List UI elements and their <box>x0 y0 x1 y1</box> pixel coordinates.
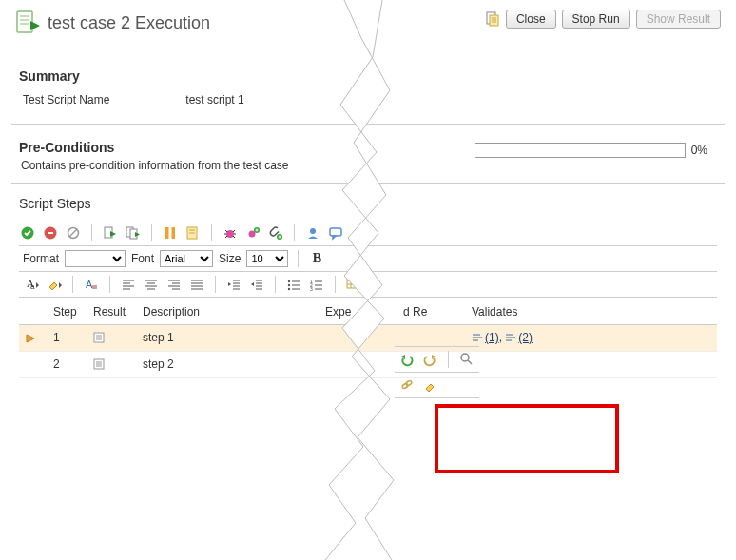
undo-icon[interactable] <box>398 351 416 368</box>
progress-bar <box>475 143 686 158</box>
font-select[interactable]: Arial <box>160 250 213 267</box>
link-icon[interactable] <box>398 377 416 394</box>
redo-icon[interactable] <box>421 351 438 368</box>
size-select[interactable]: 10 <box>246 250 288 267</box>
svg-line-30 <box>225 236 227 238</box>
comment-icon[interactable] <box>327 224 344 241</box>
svg-rect-0 <box>17 11 32 32</box>
show-result-button: Show Result <box>636 10 721 29</box>
highlight-icon[interactable] <box>46 276 63 293</box>
validates-separator: , <box>499 331 506 344</box>
svg-rect-21 <box>172 227 176 239</box>
svg-rect-48 <box>92 285 97 289</box>
step-result-icon[interactable] <box>93 332 107 345</box>
format-select[interactable] <box>65 250 126 267</box>
svg-marker-45 <box>49 282 57 290</box>
col-result: Result <box>87 299 137 325</box>
svg-marker-41 <box>333 236 336 239</box>
svg-line-31 <box>233 236 235 238</box>
skip-icon[interactable] <box>65 224 82 241</box>
steps-toolbar-row1 <box>19 221 717 245</box>
script-name-value: test script 1 <box>185 93 243 106</box>
svg-line-27 <box>233 230 235 232</box>
number-list-icon[interactable]: 123 <box>308 276 325 293</box>
bold-icon[interactable]: B <box>308 250 325 267</box>
svg-line-14 <box>69 229 77 237</box>
script-name-label: Test Script Name <box>23 93 109 106</box>
size-label: Size <box>219 252 241 265</box>
svg-point-39 <box>310 228 316 234</box>
svg-rect-88 <box>347 279 358 281</box>
bullet-list-icon[interactable] <box>285 276 302 293</box>
col-validates: Validates <box>466 299 620 325</box>
attach-icon[interactable] <box>267 224 284 241</box>
step-icon[interactable] <box>184 224 202 241</box>
format-toolbar-2: Aa A 123 <box>19 272 717 298</box>
stop-run-button[interactable]: Stop Run <box>562 10 630 29</box>
outdent-icon[interactable] <box>225 276 242 293</box>
font-color-icon[interactable]: Aa <box>23 276 40 293</box>
svg-point-113 <box>405 380 412 386</box>
search-icon[interactable] <box>458 351 475 368</box>
svg-text:A: A <box>86 279 93 290</box>
svg-point-76 <box>288 284 290 286</box>
table-row[interactable]: 1 step 1 (1), (2) <box>19 325 717 352</box>
svg-marker-92 <box>358 282 361 288</box>
col-step: Step <box>48 299 87 325</box>
preconditions-text: Contains pre-condition information from … <box>19 159 717 172</box>
close-button[interactable]: Close <box>506 10 556 29</box>
script-icon[interactable] <box>485 11 500 27</box>
progress-percent: 0% <box>691 144 707 157</box>
svg-rect-40 <box>330 228 341 236</box>
svg-rect-20 <box>165 227 169 239</box>
clear-format-icon[interactable]: A <box>83 276 100 293</box>
pause-icon[interactable] <box>162 224 179 241</box>
svg-marker-114 <box>426 384 434 392</box>
align-right-icon[interactable] <box>165 276 183 293</box>
requirement-icon <box>472 332 485 345</box>
col-expected-right: d Re <box>397 299 466 325</box>
highlight-marker-icon[interactable] <box>421 377 438 394</box>
font-label: Font <box>131 252 154 265</box>
svg-line-26 <box>225 230 227 232</box>
align-center-icon[interactable] <box>143 276 160 293</box>
table-row[interactable]: 2 step 2 <box>19 351 717 377</box>
svg-line-111 <box>468 360 472 364</box>
add-defect-icon[interactable] <box>244 224 261 241</box>
page-title: test case 2 Execution <box>48 13 210 33</box>
svg-point-75 <box>288 280 290 282</box>
table-header-row: Step Result Description Expe d Re Valida… <box>19 299 717 325</box>
pass-icon[interactable] <box>19 224 36 241</box>
script-steps-heading: Script Steps <box>19 196 717 211</box>
current-step-arrow-icon <box>25 332 38 345</box>
step-result-icon[interactable] <box>93 358 107 372</box>
col-expected-left: Expe <box>320 299 397 325</box>
fail-icon[interactable] <box>42 224 59 241</box>
step-description: step 1 <box>137 325 320 352</box>
svg-marker-65 <box>228 282 231 286</box>
svg-marker-16 <box>110 231 116 237</box>
svg-point-110 <box>461 354 469 361</box>
validates-link-1[interactable]: (1) <box>485 331 499 344</box>
requirement-icon <box>505 332 518 345</box>
svg-text:a: a <box>30 282 35 291</box>
script-run-icon[interactable] <box>102 224 119 241</box>
assist-icon[interactable] <box>304 224 321 241</box>
svg-point-25 <box>226 230 234 238</box>
indent-icon[interactable] <box>248 276 265 293</box>
align-justify-icon[interactable] <box>188 276 205 293</box>
table-insert-icon[interactable] <box>345 276 362 293</box>
col-description: Description <box>137 299 320 325</box>
svg-point-77 <box>288 288 290 290</box>
defect-icon[interactable] <box>222 224 239 241</box>
svg-marker-4 <box>30 21 40 30</box>
align-left-icon[interactable] <box>120 276 137 293</box>
svg-marker-44 <box>36 282 39 288</box>
script-bulk-icon[interactable] <box>125 224 142 241</box>
steps-table: Step Result Description Expe d Re Valida… <box>19 299 717 378</box>
format-toolbar: Format Font Arial Size 10 B <box>19 245 717 272</box>
svg-marker-46 <box>59 282 62 288</box>
validates-link-2[interactable]: (2) <box>518 331 533 344</box>
svg-text:3: 3 <box>310 286 313 291</box>
svg-marker-93 <box>27 335 34 342</box>
